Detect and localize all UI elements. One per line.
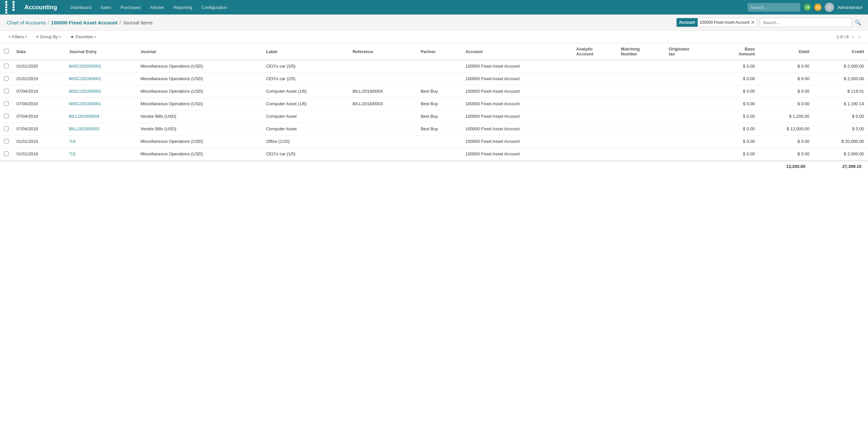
journal-items-table-container: Date Journal Entry Journal Label Referen… [0, 43, 868, 178]
row-checkbox-cell[interactable] [0, 135, 12, 148]
menu-item-sales[interactable]: Sales [97, 4, 116, 11]
row-checkbox[interactable] [4, 139, 8, 144]
row-checkbox[interactable] [4, 151, 8, 156]
filters-button[interactable]: ▿ Filters ▾ [7, 33, 29, 40]
row-journal-entry[interactable]: BILL/2018/0004 [65, 110, 136, 123]
row-journal-entry[interactable]: MISC/2020/0001 [65, 60, 136, 73]
row-journal: Miscellaneous Operations (USD) [136, 135, 262, 148]
row-reference: BILL/2018/0003 [348, 98, 417, 110]
col-debit[interactable]: Debit [759, 43, 813, 60]
row-debit: $ 0.00 [759, 73, 813, 86]
row-journal: Vendor Bills (USD) [136, 123, 262, 135]
top-search-input[interactable] [747, 3, 800, 11]
row-journal-entry[interactable]: BILL/2018/0003 [65, 123, 136, 135]
pagination-next[interactable]: › [857, 34, 861, 40]
row-debit: $ 1,200.00 [759, 110, 813, 123]
menu-item-configuration[interactable]: Configuration [197, 4, 231, 11]
col-base-amount[interactable]: BaseAmount [716, 43, 759, 60]
row-checkbox[interactable] [4, 64, 8, 68]
row-label: Computer Asset (1/6) [262, 86, 348, 98]
row-date: 01/01/2018 [12, 135, 65, 148]
avatar: A [825, 3, 834, 12]
row-originator-tax [665, 73, 716, 86]
row-checkbox-cell[interactable] [0, 110, 12, 123]
row-checkbox[interactable] [4, 89, 8, 93]
group-by-button[interactable]: ≡ Group By ▾ [34, 33, 63, 40]
notification-badge-green[interactable]: 16 [804, 4, 811, 11]
notification-badge-yellow[interactable]: 21 [814, 4, 822, 11]
col-account[interactable]: Account [461, 43, 572, 60]
row-analytic-account [572, 73, 617, 86]
search-input[interactable] [760, 18, 852, 27]
row-checkbox[interactable] [4, 126, 8, 131]
table-header-row: Date Journal Entry Journal Label Referen… [0, 43, 868, 60]
admin-label[interactable]: Administrator [837, 5, 863, 10]
row-checkbox-cell[interactable] [0, 98, 12, 110]
table-row: 01/01/2018 *13 Miscellaneous Operations … [0, 148, 868, 161]
table-row: 07/04/2018 MISC/2018/0002 Miscellaneous … [0, 86, 868, 98]
col-reference[interactable]: Reference [348, 43, 417, 60]
row-account: 100000 Fixed Asset Account [461, 73, 572, 86]
group-by-label: Group By [40, 34, 58, 39]
menu-item-adviser[interactable]: Adviser [146, 4, 168, 11]
search-icon[interactable]: 🔍 [855, 20, 861, 26]
menu-item-purchases[interactable]: Purchases [117, 4, 145, 11]
col-originator-tax[interactable]: Originatortax [665, 43, 716, 60]
favorites-button[interactable]: ★ Favorites ▾ [68, 33, 98, 40]
star-icon: ★ [70, 34, 74, 39]
breadcrumb-fixed-asset[interactable]: 100000 Fixed Asset Account [51, 20, 118, 25]
filter-tag-value: 100000 Fixed Asset Account ✕ [698, 20, 757, 25]
row-account: 100000 Fixed Asset Account [461, 98, 572, 110]
table-row: 01/01/2019 MISC/2019/0001 Miscellaneous … [0, 73, 868, 86]
top-navigation: Accounting Dashboard Sales Purchases Adv… [0, 0, 868, 14]
breadcrumb-area: Chart of Accounts / 100000 Fixed Asset A… [0, 14, 868, 31]
select-all-checkbox-header[interactable] [0, 43, 12, 60]
row-date: 07/04/2018 [12, 123, 65, 135]
row-analytic-account [572, 86, 617, 98]
row-credit: $ 2,000.00 [813, 60, 868, 73]
col-credit[interactable]: Credit [813, 43, 868, 60]
filter-tag-remove[interactable]: ✕ [751, 20, 755, 25]
pagination-prev[interactable]: ‹ [850, 34, 855, 40]
col-journal-entry[interactable]: Journal Entry [65, 43, 136, 60]
row-checkbox[interactable] [4, 76, 8, 81]
table-footer: 13,200.00 27,309.15 [0, 161, 868, 171]
row-account: 100000 Fixed Asset Account [461, 148, 572, 161]
col-partner[interactable]: Partner [417, 43, 462, 60]
app-grid-icon[interactable] [5, 1, 19, 13]
row-originator-tax [665, 60, 716, 73]
breadcrumb-chart-of-accounts[interactable]: Chart of Accounts [7, 20, 45, 25]
row-reference [348, 148, 417, 161]
row-journal-entry[interactable]: *13 [65, 148, 136, 161]
col-matching-number[interactable]: MatchingNumber [617, 43, 665, 60]
row-account: 100000 Fixed Asset Account [461, 123, 572, 135]
menu-item-reporting[interactable]: Reporting [169, 4, 196, 11]
row-journal-entry[interactable]: MISC/2019/0001 [65, 73, 136, 86]
col-date[interactable]: Date [12, 43, 65, 60]
row-checkbox[interactable] [4, 101, 8, 106]
row-checkbox-cell[interactable] [0, 60, 12, 73]
col-label[interactable]: Label [262, 43, 348, 60]
menu-item-dashboard[interactable]: Dashboard [66, 4, 95, 11]
row-checkbox-cell[interactable] [0, 123, 12, 135]
row-checkbox-cell[interactable] [0, 73, 12, 86]
row-account: 100000 Fixed Asset Account [461, 60, 572, 73]
row-journal-entry[interactable]: MISC/2018/0002 [65, 86, 136, 98]
select-all-checkbox[interactable] [4, 49, 8, 54]
row-partner [417, 135, 462, 148]
row-matching-number [617, 110, 665, 123]
row-journal-entry[interactable]: MISC/2018/0001 [65, 98, 136, 110]
row-checkbox-cell[interactable] [0, 148, 12, 161]
row-label: Computer Asset (1/6) [262, 98, 348, 110]
row-label: Computer Asset [262, 123, 348, 135]
filter-bar: ▿ Filters ▾ ≡ Group By ▾ ★ Favorites ▾ 1… [0, 31, 868, 43]
row-label: Office (1/20) [262, 135, 348, 148]
col-journal[interactable]: Journal [136, 43, 262, 60]
row-date: 07/04/2018 [12, 98, 65, 110]
row-matching-number [617, 73, 665, 86]
row-checkbox[interactable] [4, 114, 8, 118]
row-checkbox-cell[interactable] [0, 86, 12, 98]
col-analytic-account[interactable]: AnalyticAccount [572, 43, 617, 60]
row-journal: Miscellaneous Operations (USD) [136, 98, 262, 110]
row-journal-entry[interactable]: *14 [65, 135, 136, 148]
